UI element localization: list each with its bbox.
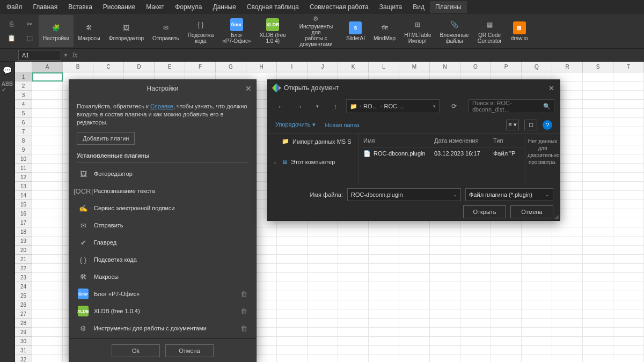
col-header[interactable]: J	[308, 62, 338, 72]
row-header[interactable]: 8	[15, 136, 32, 145]
row-header[interactable]: 5	[15, 109, 32, 118]
view-mode-button[interactable]: ≡ ▾	[506, 120, 519, 130]
chevron-down-icon[interactable]: ▾	[310, 99, 325, 113]
ok-button[interactable]: Ok	[112, 344, 160, 357]
delete-icon[interactable]: 🗑	[240, 324, 247, 333]
plugin-item[interactable]: [OCR]Распознавание текста	[77, 183, 248, 199]
ribbon-puzzle[interactable]: 🧩Настройки	[39, 15, 74, 47]
folder-tree[interactable]: 📁Импорт данных MS S⌄🖥Этот компьютер	[268, 134, 359, 185]
row-header[interactable]: 19	[15, 237, 32, 246]
file-row[interactable]: 📄ROC-dbconn.plugin03.12.2023 16:17Файл "…	[359, 147, 525, 159]
col-header[interactable]: P	[491, 62, 522, 72]
row-header[interactable]: 21	[15, 255, 32, 264]
help-icon[interactable]: ?	[543, 120, 552, 130]
tree-item[interactable]: ⌄🖥Этот компьютер	[272, 157, 354, 167]
resize-grip-icon[interactable]: ◢	[554, 213, 559, 219]
row-header[interactable]: 12	[15, 173, 32, 182]
namebox-dropdown-icon[interactable]: ▼	[63, 53, 68, 58]
cut-icon[interactable]: ✂	[24, 18, 35, 30]
file-list[interactable]: Имя Дата изменения Тип 📄ROC-dbconn.plugi…	[359, 134, 525, 185]
menu-Сводная таблица[interactable]: Сводная таблица	[241, 1, 304, 13]
row-header[interactable]: 15	[15, 200, 32, 209]
menu-Рисование[interactable]: Рисование	[98, 1, 141, 13]
open-button[interactable]: Открыть	[463, 205, 506, 218]
plugin-item[interactable]: { }Подсветка кода	[77, 252, 248, 268]
row-header[interactable]: 22	[15, 264, 32, 273]
col-header[interactable]: G	[216, 62, 246, 72]
tree-item[interactable]: 📁Импорт данных MS S	[272, 136, 354, 147]
ribbon-photo[interactable]: 🖼Фоторедактор	[105, 15, 148, 47]
plugin-item[interactable]: ✔Главред	[77, 234, 248, 250]
organize-menu[interactable]: Упорядочить ▾	[275, 121, 316, 128]
col-header[interactable]: T	[613, 62, 644, 72]
row-header[interactable]: 13	[15, 182, 32, 191]
col-header[interactable]: I	[277, 62, 308, 72]
menu-Главная[interactable]: Главная	[28, 1, 63, 13]
plugin-item[interactable]: ✉Отправить	[77, 217, 248, 233]
ribbon-mindmap[interactable]: 🗺MindMap	[369, 15, 400, 47]
help-link[interactable]: Справке	[150, 103, 173, 109]
menu-Данные[interactable]: Данные	[208, 1, 241, 13]
ribbon-xldb[interactable]: XLDBXLDB (free1.0.4)	[255, 15, 290, 47]
row-header[interactable]: 3	[15, 91, 32, 100]
col-header[interactable]: E	[155, 62, 185, 72]
close-icon[interactable]: ✕	[245, 84, 252, 93]
row-header[interactable]: 24	[15, 282, 32, 291]
ribbon-qr[interactable]: ▦QR CodeGenerator	[473, 15, 506, 47]
paste-icon[interactable]: 📋	[5, 32, 17, 44]
filename-combo[interactable]: ROC-dbconn.plugin⌄	[347, 188, 461, 201]
row-header[interactable]: 17	[15, 218, 32, 227]
ribbon-attach[interactable]: 📎Вложенныефайлы	[436, 15, 473, 47]
delete-icon[interactable]: 🗑	[240, 307, 247, 315]
plugin-item[interactable]: XLDBXLDB (free 1.0.4)🗑	[77, 303, 248, 319]
cancel-button[interactable]: Отмена	[510, 205, 553, 218]
row-header[interactable]: 29	[15, 328, 32, 337]
col-header[interactable]: K	[338, 62, 369, 72]
col-header[interactable]: R	[552, 62, 583, 72]
row-header[interactable]: 11	[15, 164, 32, 173]
search-input[interactable]: Поиск в: ROC-dbconn_dist… 🔍	[469, 99, 554, 113]
row-header[interactable]: 7	[15, 127, 32, 136]
menu-Файл[interactable]: Файл	[1, 1, 28, 13]
row-header[interactable]: 32	[15, 355, 32, 362]
spellcheck-icon[interactable]: ABB✓	[2, 81, 13, 93]
forward-icon[interactable]: →	[291, 99, 306, 113]
delete-icon[interactable]: 🗑	[240, 290, 247, 298]
plugin-item[interactable]: блогБлог «Р7-Офис»🗑	[77, 286, 248, 302]
ribbon-doctools[interactable]: ⚙Инструменты дляработы с документами	[290, 15, 342, 47]
ribbon-htmltable[interactable]: ⊞HTMLTableИмпорт	[400, 15, 435, 47]
new-folder-button[interactable]: Новая папка	[325, 122, 360, 128]
menu-Вид[interactable]: Вид	[407, 1, 430, 13]
row-header[interactable]: 28	[15, 319, 32, 328]
row-header[interactable]: 14	[15, 191, 32, 200]
menu-Совместная работа[interactable]: Совместная работа	[304, 1, 374, 13]
col-header[interactable]: H	[246, 62, 277, 72]
row-header[interactable]: 2	[15, 82, 32, 91]
row-header[interactable]: 16	[15, 209, 32, 218]
row-header[interactable]: 31	[15, 346, 32, 355]
col-header[interactable]: A	[32, 62, 63, 72]
col-header[interactable]: Q	[522, 62, 552, 72]
col-header[interactable]: O	[460, 62, 491, 72]
row-header[interactable]: 18	[15, 227, 32, 237]
col-header[interactable]: D	[124, 62, 155, 72]
comments-icon[interactable]: 💬	[3, 66, 12, 75]
row-header[interactable]: 26	[15, 300, 32, 309]
plugin-item[interactable]: ✍Сервис электронной подписи	[77, 200, 248, 216]
ribbon-slider[interactable]: SSliderAI	[342, 15, 369, 47]
row-header[interactable]: 4	[15, 100, 32, 109]
row-header[interactable]: 6	[15, 118, 32, 127]
namebox[interactable]	[18, 50, 61, 61]
plugin-item[interactable]: ⚙Инструменты для работы с документами🗑	[77, 320, 248, 336]
menu-Вставка[interactable]: Вставка	[63, 1, 98, 13]
col-header[interactable]: N	[430, 62, 460, 72]
col-header[interactable]: S	[583, 62, 613, 72]
path-breadcrumb[interactable]: 📁 › RO… › ROC-… ▾	[346, 99, 440, 113]
row-header[interactable]: 25	[15, 291, 32, 300]
ribbon-blog[interactable]: блогБлог«Р7-Офис»	[218, 15, 255, 47]
row-header[interactable]: 30	[15, 337, 32, 346]
fx-icon[interactable]: fx	[72, 51, 77, 59]
col-header[interactable]: C	[93, 62, 124, 72]
refresh-icon[interactable]: ⟳	[447, 99, 461, 113]
menu-Плагины[interactable]: Плагины	[430, 1, 467, 13]
